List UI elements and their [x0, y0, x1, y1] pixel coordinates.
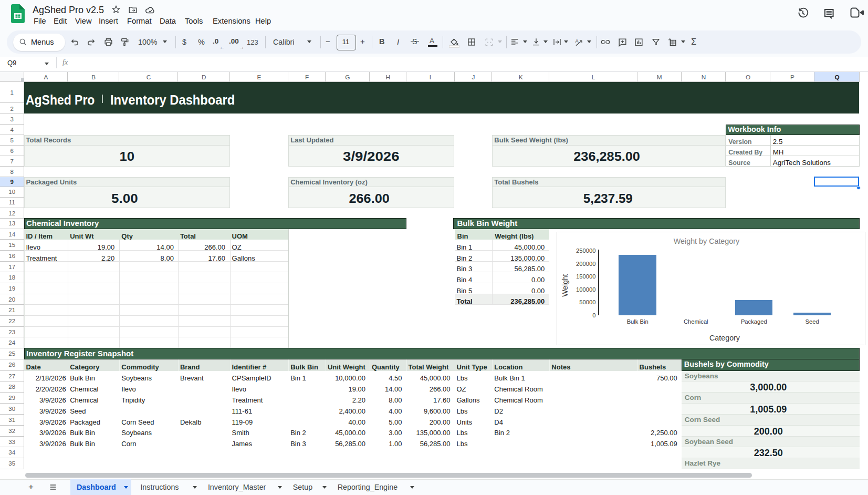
svg-text:A: A: [575, 38, 579, 44]
